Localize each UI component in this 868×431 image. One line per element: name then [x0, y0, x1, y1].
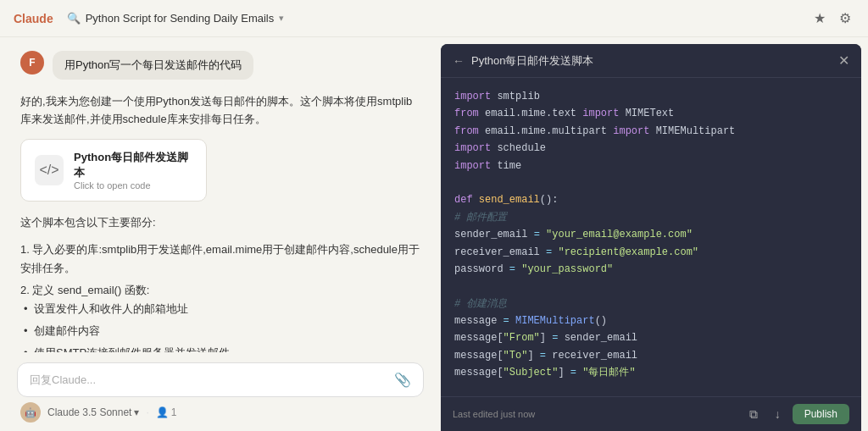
code-line: sender_email = "your_email@example.com"	[454, 226, 848, 243]
chat-footer-left: 🤖 Claude 3.5 Sonnet ▾ · 👤 1	[20, 402, 176, 423]
assistant-intro-text: 好的,我来为您创建一个使用Python发送每日邮件的脚本。这个脚本将使用smtp…	[20, 93, 420, 129]
publish-button[interactable]: Publish	[793, 404, 849, 424]
chat-messages: F 用Python写一个每日发送邮件的代码 好的,我来为您创建一个使用Pytho…	[0, 37, 441, 352]
user-count: 1	[171, 406, 177, 418]
code-panel-title: Python每日邮件发送脚本	[471, 53, 593, 69]
assistant-icon: 🤖	[20, 402, 41, 423]
star-button[interactable]: ★	[810, 7, 829, 30]
chat-icon: 🔍	[67, 12, 81, 25]
settings-button[interactable]: ⚙	[836, 7, 854, 30]
user-count-area: 👤 1	[156, 406, 177, 418]
code-line	[454, 174, 848, 191]
bullet-list: 设置发件人和收件人的邮箱地址 创建邮件内容 使用SMTP连接到邮件服务器并发送邮…	[20, 300, 420, 352]
code-line: def send_email():	[454, 191, 848, 208]
header-actions: ★ ⚙	[810, 7, 854, 30]
app-header: Claude 🔍 Python Script for Sending Daily…	[0, 0, 868, 37]
code-line: receiver_email = "recipient@example.com"	[454, 244, 848, 261]
download-button[interactable]: ↓	[770, 406, 786, 423]
code-line: import schedule	[454, 140, 848, 157]
code-line: message = MIMEMultipart()	[454, 312, 848, 329]
main-content: F 用Python写一个每日发送邮件的代码 好的,我来为您创建一个使用Pytho…	[0, 37, 868, 431]
summary-list: 1. 导入必要的库:smtplib用于发送邮件,email.mime用于创建邮件…	[20, 240, 420, 352]
app-logo: Claude	[14, 12, 53, 25]
model-chevron: ▾	[134, 406, 139, 418]
code-line: message["To"] = receiver_email	[454, 347, 848, 364]
code-line: from email.mime.multipart import MIMEMul…	[454, 123, 848, 140]
code-card[interactable]: </> Python每日邮件发送脚本 Click to open code	[20, 139, 207, 202]
header-title-area: 🔍 Python Script for Sending Daily Emails…	[67, 12, 810, 25]
code-line: # 创建消息	[454, 296, 848, 312]
conversation-title: Python Script for Sending Daily Emails	[86, 12, 275, 25]
code-line	[454, 382, 848, 396]
code-icon: </>	[35, 155, 64, 185]
chevron-down-icon[interactable]: ▾	[279, 13, 284, 24]
code-line	[454, 278, 848, 295]
model-selector[interactable]: Claude 3.5 Sonnet ▾	[47, 406, 139, 418]
attach-icon[interactable]: 📎	[394, 372, 411, 388]
chat-footer: 🤖 Claude 3.5 Sonnet ▾ · 👤 1	[17, 402, 424, 423]
code-card-title: Python每日邮件发送脚本	[74, 150, 192, 180]
user-icon: 👤	[156, 406, 169, 418]
chat-input-box[interactable]: 回复Claude... 📎	[17, 362, 424, 397]
code-line: password = "your_password"	[454, 261, 848, 278]
code-panel-title-area: ← Python每日邮件发送脚本	[453, 53, 593, 69]
code-line: import time	[454, 157, 848, 174]
list-item: 2. 定义 send_email() 函数: 设置发件人和收件人的邮箱地址 创建…	[20, 281, 420, 352]
code-panel: ← Python每日邮件发送脚本 ✕ import smtplibfrom em…	[441, 44, 861, 431]
footer-actions: ⧉ ↓ Publish	[744, 404, 849, 424]
model-name: Claude 3.5 Sonnet	[47, 406, 131, 418]
code-line: import smtplib	[454, 88, 848, 105]
code-line: message["From"] = sender_email	[454, 329, 848, 346]
code-panel-header: ← Python每日邮件发送脚本 ✕	[441, 44, 861, 78]
bullet-item: 使用SMTP连接到邮件服务器并发送邮件	[34, 344, 420, 352]
code-line: from email.mime.text import MIMEText	[454, 105, 848, 122]
code-line: message["Subject"] = "每日邮件"	[454, 364, 848, 381]
chat-panel: F 用Python写一个每日发送邮件的代码 好的,我来为您创建一个使用Pytho…	[0, 37, 441, 431]
input-placeholder: 回复Claude...	[30, 373, 96, 388]
bullet-item: 创建邮件内容	[34, 322, 420, 340]
assistant-message: 好的,我来为您创建一个使用Python发送每日邮件的脚本。这个脚本将使用smtp…	[20, 93, 420, 352]
user-message: F 用Python写一个每日发送邮件的代码	[20, 51, 420, 80]
user-bubble: 用Python写一个每日发送邮件的代码	[53, 51, 253, 80]
bullet-item: 设置发件人和收件人的邮箱地址	[34, 300, 420, 318]
chat-input-area: 回复Claude... 📎 🤖 Claude 3.5 Sonnet ▾ · 👤 …	[0, 352, 441, 431]
code-card-subtitle: Click to open code	[74, 180, 192, 191]
summary-title: 这个脚本包含以下主要部分:	[20, 213, 420, 232]
code-line: # 邮件配置	[454, 209, 848, 226]
back-button[interactable]: ←	[453, 54, 465, 68]
footer-timestamp: Last edited just now	[453, 409, 535, 419]
user-avatar: F	[20, 51, 44, 75]
list-item: 1. 导入必要的库:smtplib用于发送邮件,email.mime用于创建邮件…	[20, 240, 420, 278]
copy-button[interactable]: ⧉	[744, 406, 763, 423]
code-content: import smtplibfrom email.mime.text impor…	[441, 78, 861, 396]
close-button[interactable]: ✕	[838, 52, 849, 69]
code-card-info: Python每日邮件发送脚本 Click to open code	[74, 150, 192, 191]
code-panel-footer: Last edited just now ⧉ ↓ Publish	[441, 396, 861, 431]
